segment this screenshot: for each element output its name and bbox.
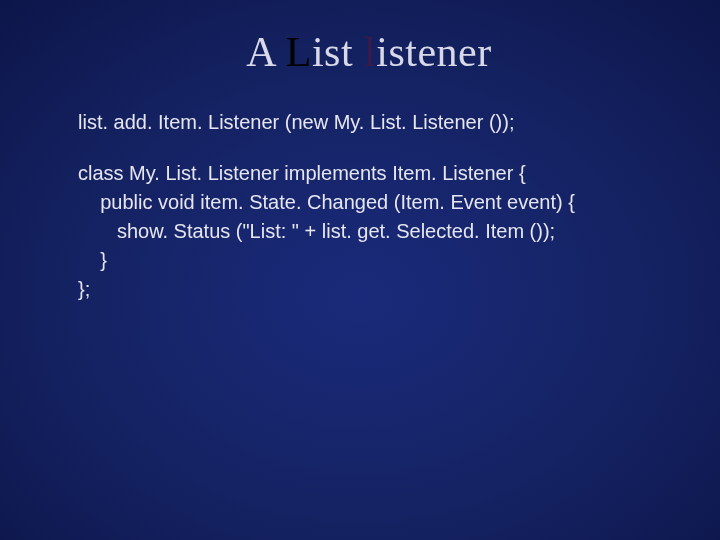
slide-title: A List listener <box>78 28 660 76</box>
title-part-a: A <box>246 29 286 75</box>
title-part-l: l <box>364 29 376 75</box>
title-part-rest: istener <box>376 29 491 75</box>
slide: A List listener list. add. Item. Listene… <box>0 0 720 540</box>
title-part-ist: ist <box>312 29 364 75</box>
code-block-class: class My. List. Listener implements Item… <box>78 159 660 304</box>
code-line-addlistener: list. add. Item. Listener (new My. List.… <box>78 108 660 137</box>
title-part-L: L <box>286 29 312 75</box>
